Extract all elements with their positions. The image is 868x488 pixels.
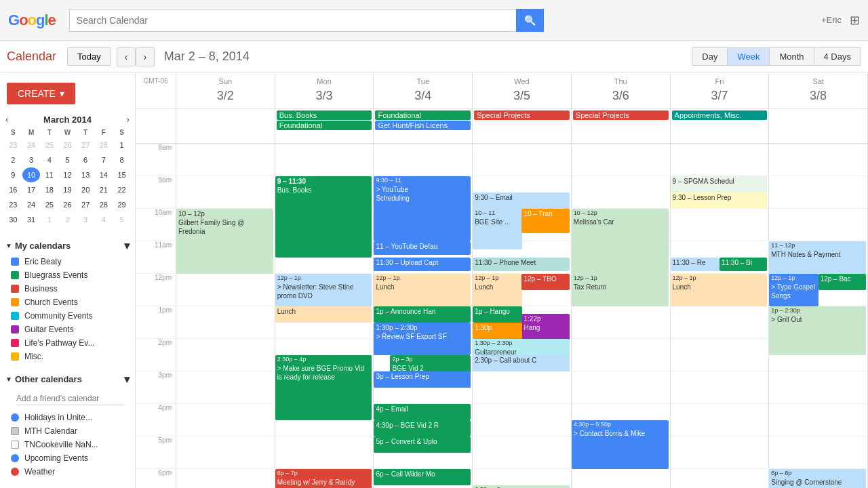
time-cell-sat-6[interactable]: 6p – 8p Singing @ Cornerstone	[769, 469, 868, 488]
time-cell-mon-1[interactable]: Lunch	[275, 306, 374, 339]
time-cell-sun-4[interactable]	[176, 404, 275, 436]
time-cell-tue-8[interactable]	[374, 144, 473, 176]
event-meeting-jerry[interactable]: 6p – 7p Meeting w/ Jerry & Randy	[275, 469, 372, 488]
time-cell-thu-9[interactable]	[572, 176, 671, 209]
event-tbo-wed[interactable]: 12p – TBO	[521, 274, 569, 290]
other-calendars-settings-icon[interactable]: ▾	[124, 373, 130, 386]
mini-cal-date[interactable]: 4	[95, 212, 113, 227]
mini-cal-date[interactable]: 25	[40, 197, 58, 212]
mini-cal-date[interactable]: 26	[58, 138, 77, 152]
sidebar-item-lifepathway[interactable]: Life's Pathway Ev...	[0, 336, 135, 350]
event-lunch-tue[interactable]: 12p – 1p Lunch	[374, 274, 471, 306]
mini-cal-date-today[interactable]: 10	[22, 167, 41, 182]
time-cell-fri-2[interactable]	[671, 339, 770, 371]
mini-cal-date[interactable]: 24	[22, 197, 41, 212]
sidebar-item-tncookeville[interactable]: TNCookeville NaN...	[0, 438, 135, 451]
mini-cal-date[interactable]: 28	[95, 138, 113, 152]
event-bge-vid-2r[interactable]: 4:30p – BGE Vid 2 R	[374, 420, 471, 436]
time-cell-thu-12[interactable]: 12p – 1p Tax Return	[572, 274, 671, 306]
event-bi-fri[interactable]: 11:30 – Bi	[719, 258, 767, 271]
time-cell-fri-6[interactable]	[671, 469, 770, 488]
time-grid-scroll[interactable]: 8am 9am 9 – 11:30 Bus. Books	[136, 144, 868, 488]
create-dropdown-icon[interactable]: ▾	[60, 88, 64, 99]
sidebar-item-mth[interactable]: MTH Calendar	[0, 424, 135, 438]
mini-cal-date[interactable]: 31	[22, 212, 41, 227]
time-cell-tue-6[interactable]: 6p – Call Wilder Mo	[374, 469, 473, 488]
event-hango-wed[interactable]: 1p – Hango	[473, 306, 521, 323]
mini-cal-date[interactable]: 6	[77, 152, 95, 167]
mini-cal-date[interactable]: 4	[40, 152, 58, 167]
sidebar-item-eric-beaty[interactable]: Eric Beaty	[0, 255, 135, 268]
event-newsletter-mon[interactable]: 12p – 1p > Newsletter: Steve Stine promo…	[275, 274, 372, 306]
time-cell-wed-4[interactable]	[473, 404, 572, 436]
time-cell-mon-9[interactable]: 9 – 11:30 Bus. Books	[275, 176, 374, 209]
time-cell-thu-4[interactable]: 4:30p – 5:50p > Contact Borris & Mike	[572, 404, 671, 436]
sidebar-item-business[interactable]: Business	[0, 282, 135, 296]
mini-cal-date[interactable]: 5	[58, 152, 77, 167]
event-lunch-wed[interactable]: 12p – 1p Lunch	[473, 274, 521, 306]
time-cell-mon-6[interactable]: 6p – 7p Meeting w/ Jerry & Randy	[275, 469, 374, 488]
month-view-button[interactable]: Month	[770, 48, 814, 65]
event-tax-return[interactable]: 12p – 1p Tax Return	[572, 274, 669, 306]
event-re-fri[interactable]: 11:30 – Re	[671, 258, 719, 271]
time-cell-wed-8[interactable]	[473, 144, 572, 176]
allday-event[interactable]: Appointments, Misc.	[672, 110, 768, 120]
time-cell-wed-9[interactable]: 9:30 – Email	[473, 176, 572, 209]
sidebar-item-upcoming-events[interactable]: Upcoming Events	[0, 451, 135, 465]
time-cell-tue-3[interactable]: 3p – Lesson Prep	[374, 371, 473, 404]
search-button[interactable]	[516, 9, 544, 32]
mini-cal-date[interactable]: 27	[77, 197, 95, 212]
sidebar-item-church[interactable]: Church Events	[0, 296, 135, 309]
time-cell-sun-12[interactable]	[176, 274, 275, 306]
today-button[interactable]: Today	[67, 47, 111, 66]
time-cell-wed-12[interactable]: 12p – 1p Lunch 12p – TBO	[473, 274, 572, 306]
allday-event[interactable]: Foundational	[375, 110, 471, 120]
time-cell-sat-1[interactable]: 1p – 2:30p > Grill Out	[769, 306, 868, 339]
mini-cal-date[interactable]: 3	[77, 212, 95, 227]
time-cell-fri-11[interactable]: 11:30 – Re 11:30 – Bi	[671, 241, 770, 274]
four-days-view-button[interactable]: 4 Days	[814, 48, 861, 65]
time-cell-sun-1[interactable]	[176, 306, 275, 339]
event-youtube-scheduling[interactable]: 9:30 – 11 > YouTube Scheduling	[374, 176, 471, 241]
sidebar-item-holidays[interactable]: Holidays in Unite...	[0, 411, 135, 424]
day-view-button[interactable]: Day	[692, 48, 728, 65]
time-cell-wed-3[interactable]	[473, 371, 572, 404]
time-cell-wed-10[interactable]: 10 – 11 BGE Site ... 10 – Tran	[473, 209, 572, 241]
time-cell-sun-5[interactable]	[176, 436, 275, 469]
my-calendars-header[interactable]: ▼ My calendars ▾	[0, 237, 135, 255]
time-cell-sat-3[interactable]	[769, 371, 868, 404]
mini-cal-date[interactable]: 23	[4, 138, 22, 152]
sidebar-item-community[interactable]: Community Events	[0, 309, 135, 323]
mini-cal-date[interactable]: 5	[113, 212, 131, 227]
mini-cal-date[interactable]: 17	[22, 182, 41, 197]
time-cell-tue-9[interactable]: 9:30 – 11 > YouTube Scheduling	[374, 176, 473, 209]
event-lesson-prep-tue[interactable]: 3p – Lesson Prep	[374, 371, 471, 388]
event-melissas-car[interactable]: 10 – 12p Melissa's Car	[572, 209, 669, 274]
event-announce-hani[interactable]: 1p – Announce Han	[374, 306, 471, 323]
time-cell-sun-8[interactable]	[176, 144, 275, 176]
prev-arrow[interactable]: ‹	[117, 47, 136, 66]
mini-cal-date[interactable]: 13	[77, 167, 95, 182]
event-type-gospel[interactable]: 12p – 1p > Type Gospel Songs	[769, 274, 818, 306]
event-tran-wed[interactable]: 10 – Tran	[521, 209, 569, 233]
time-cell-fri-12[interactable]: 12p – 1p Lunch	[671, 274, 770, 306]
time-cell-thu-1[interactable]	[572, 306, 671, 339]
event-youtube-default[interactable]: 11 – YouTube Defau	[374, 241, 471, 255]
mini-cal-date[interactable]: 15	[113, 167, 131, 182]
time-cell-fri-1[interactable]	[671, 306, 770, 339]
mini-cal-date[interactable]: 1	[113, 138, 131, 152]
event-bus-books[interactable]: 9 – 11:30 Bus. Books	[275, 176, 372, 258]
event-lunch-mon-1[interactable]: Lunch	[275, 306, 372, 323]
mini-cal-date[interactable]: 14	[95, 167, 113, 182]
time-cell-tue-1[interactable]: 1p – Announce Han 1:30p – 2:30p > Review…	[374, 306, 473, 339]
mini-cal-next[interactable]: ›	[126, 114, 130, 125]
time-cell-wed-1[interactable]: 1p – Hango 1:22p Hang 1:30p	[473, 306, 572, 339]
allday-event[interactable]: Special Projects	[573, 110, 669, 120]
event-call-about[interactable]: 2:30p – Call about C	[473, 355, 570, 371]
my-calendars-settings-icon[interactable]: ▾	[124, 239, 130, 252]
event-call-wilder[interactable]: 6p – Call Wilder Mo	[374, 469, 471, 485]
time-cell-fri-3[interactable]	[671, 371, 770, 404]
next-arrow[interactable]: ›	[136, 47, 155, 66]
time-cell-sat-9[interactable]	[769, 176, 868, 209]
time-cell-sat-10[interactable]	[769, 209, 868, 241]
